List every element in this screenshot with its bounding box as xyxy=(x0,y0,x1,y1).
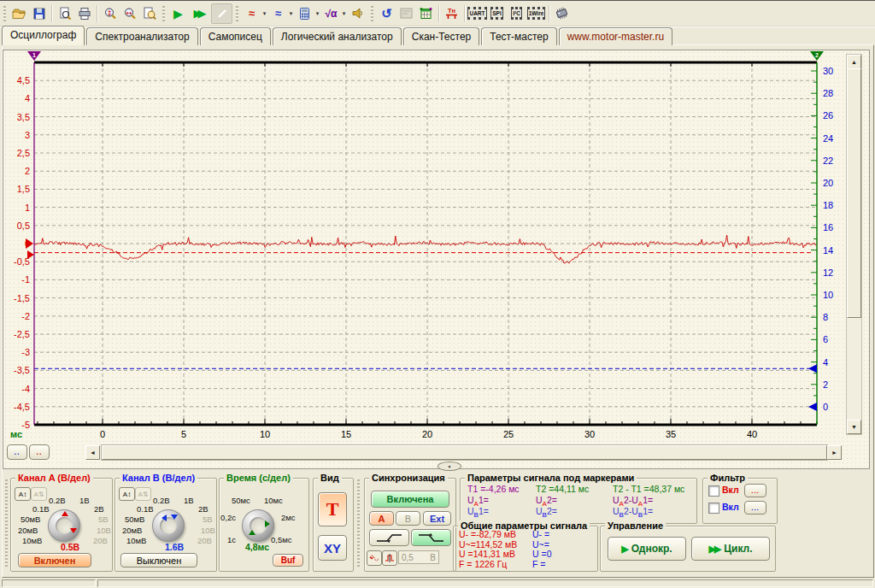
sync-source-ext-button[interactable]: Ext xyxy=(423,511,451,526)
filter-a-label: Вкл xyxy=(722,485,739,495)
channel-a-coupling-2-button[interactable]: A⇅ xyxy=(31,487,47,501)
run-cycle-button[interactable]: ▶▶ xyxy=(188,4,211,23)
marker-param-value: T1 =-4,26 мс xyxy=(467,484,536,494)
i2c-decode-button[interactable]: I²C xyxy=(507,4,526,23)
view-panel: Вид T XY xyxy=(313,478,354,572)
filter-b-settings-button[interactable]: ... xyxy=(744,501,766,514)
knob-scale-label: 2В xyxy=(198,504,208,514)
sync-source-a-button[interactable]: A xyxy=(369,511,394,526)
calculator-button[interactable] xyxy=(295,4,314,23)
run-button[interactable]: ▶ xyxy=(168,4,188,23)
view-xy-button[interactable]: XY xyxy=(318,535,347,561)
1wire-decode-button[interactable]: 1Wire xyxy=(526,4,546,23)
collapse-panel-button[interactable]: ▼ xyxy=(438,462,461,471)
edit-button[interactable] xyxy=(211,3,232,24)
sync-wave-mode-button[interactable] xyxy=(367,550,382,566)
signal-param-line: U =0 xyxy=(532,550,551,560)
scope-plot[interactable]: 4,543,532,521,510,50-0,5-1-1,5-2-2,5-3-3… xyxy=(3,50,844,444)
hscroll-thumb[interactable] xyxy=(102,445,827,460)
sync-level-value: 0,5 xyxy=(402,553,414,562)
view-time-button[interactable]: T xyxy=(318,492,347,526)
channel-a-enable-button[interactable]: Включен xyxy=(18,553,91,567)
x-axis-label: 5 xyxy=(181,429,186,439)
vscroll-down-button[interactable]: ▼ xyxy=(847,420,861,434)
signal-blue-menu-button[interactable]: ≈ xyxy=(268,4,288,23)
open-file-button[interactable] xyxy=(9,4,29,23)
sync-level-input[interactable]: 0,5В xyxy=(398,550,439,564)
horizontal-scrollbar[interactable] xyxy=(101,444,828,461)
axis-options-red-button[interactable]: .. xyxy=(29,444,50,460)
buffer-button[interactable]: Buf xyxy=(273,554,303,567)
undo-button[interactable]: ↺ xyxy=(377,4,396,23)
y-right-label: 28 xyxy=(823,88,833,98)
print-preview-button[interactable] xyxy=(55,4,74,23)
panel-toggle-button[interactable] xyxy=(396,4,416,23)
dropdown-arrow-icon[interactable]: ▾ xyxy=(261,10,267,17)
tab-oscilloscope[interactable]: Осциллограф xyxy=(2,26,85,45)
sound-button[interactable] xyxy=(348,4,367,23)
uart-decode-button[interactable]: UART xyxy=(467,4,487,23)
panel-grip[interactable] xyxy=(357,479,360,567)
vscroll-up-button[interactable]: ▲ xyxy=(847,55,861,69)
tab-logic-analyzer[interactable]: Логический анализатор xyxy=(273,27,402,45)
save-button[interactable] xyxy=(29,4,49,23)
zoom-page-icon xyxy=(143,7,156,21)
vscroll-thumb[interactable] xyxy=(847,68,861,318)
knob-scale-label: 0.2В xyxy=(153,496,170,505)
sync-level-unit: В xyxy=(430,553,436,562)
vertical-scrollbar[interactable]: ▲ ▼ xyxy=(846,54,862,435)
signal-red-menu-button[interactable]: ≈ xyxy=(242,4,261,23)
filter-a-settings-button[interactable]: ... xyxy=(744,484,766,497)
chip-tool-button[interactable] xyxy=(552,4,572,23)
single-run-button[interactable]: ▶Однокр. xyxy=(608,537,686,561)
axis-options-blue-button[interactable]: .. xyxy=(7,444,27,460)
tab-website[interactable]: www.motor-master.ru xyxy=(559,27,672,45)
sync-level-mode-button[interactable] xyxy=(382,550,397,566)
dropdown-arrow-icon[interactable]: ▾ xyxy=(314,10,320,17)
hscroll-left-button[interactable]: ◄ xyxy=(85,445,100,460)
knob-scale-label: 10В xyxy=(97,526,111,535)
tab-scan-tester[interactable]: Скан-Тестер xyxy=(403,27,480,45)
zoom-page-button[interactable] xyxy=(139,4,159,23)
sync-enabled-button[interactable]: Включена xyxy=(371,491,449,508)
cycle-run-button[interactable]: ▶▶Цикл. xyxy=(691,537,770,561)
sync-source-b-button[interactable]: B xyxy=(396,511,420,526)
knob-scale-label: 20мВ xyxy=(122,526,142,535)
y-right-label: 0 xyxy=(823,402,828,412)
hscroll-right-button[interactable]: ► xyxy=(827,445,842,460)
channel-b-scale-value: 1.6В xyxy=(165,542,184,552)
channel-b-coupling-1-button[interactable]: A↕ xyxy=(119,487,135,501)
filter-b-checkbox[interactable] xyxy=(708,503,719,514)
y-left-label: -2 xyxy=(21,311,30,321)
zoom-vertical-button[interactable]: ↕ xyxy=(100,4,120,23)
y-left-label: -1 xyxy=(21,274,30,285)
spi-decode-button[interactable]: SPI xyxy=(487,4,507,23)
test-bench-button[interactable]: Тн xyxy=(442,4,461,23)
table-report-icon xyxy=(420,7,433,21)
timebase-panel: Время (с/дел) 50мс10мс0,2с2мс1с0,5мс 4,8… xyxy=(219,478,309,572)
toolbar-grip xyxy=(371,6,373,21)
zoom-horizontal-button[interactable]: ↔ xyxy=(120,4,139,23)
channel-b-enable-button[interactable]: Выключен xyxy=(120,553,197,567)
dropdown-arrow-icon[interactable]: ▾ xyxy=(341,10,347,17)
math-function-button[interactable]: √α xyxy=(321,4,341,23)
dropdown-arrow-icon[interactable]: ▾ xyxy=(288,10,294,17)
floppy-icon xyxy=(32,7,46,21)
channel-b-scale-knob[interactable] xyxy=(152,509,185,542)
filter-panel: Фильтр Вкл ... Вкл ... xyxy=(702,478,778,524)
table-report-button[interactable] xyxy=(416,4,436,23)
channel-a-coupling-1-button[interactable]: A↕ xyxy=(15,487,31,501)
tab-spectrum-analyzer[interactable]: Спектроанализатор xyxy=(86,27,197,45)
knob-pointer-icon xyxy=(70,528,77,533)
panel-grip[interactable] xyxy=(5,479,8,567)
sync-edge-falling-button[interactable] xyxy=(411,529,451,546)
tab-test-master[interactable]: Тест-мастер xyxy=(481,27,556,45)
sync-edge-rising-button[interactable] xyxy=(369,529,409,546)
channel-a-scale-knob[interactable] xyxy=(48,509,80,542)
print-button[interactable] xyxy=(74,4,94,23)
tab-chart-recorder[interactable]: Самописец xyxy=(200,27,271,45)
filter-a-checkbox[interactable] xyxy=(708,485,719,497)
timebase-knob[interactable] xyxy=(242,509,274,542)
knob-scale-label: 10мВ xyxy=(126,536,146,545)
channel-b-coupling-2-button[interactable]: A⇅ xyxy=(135,487,151,501)
